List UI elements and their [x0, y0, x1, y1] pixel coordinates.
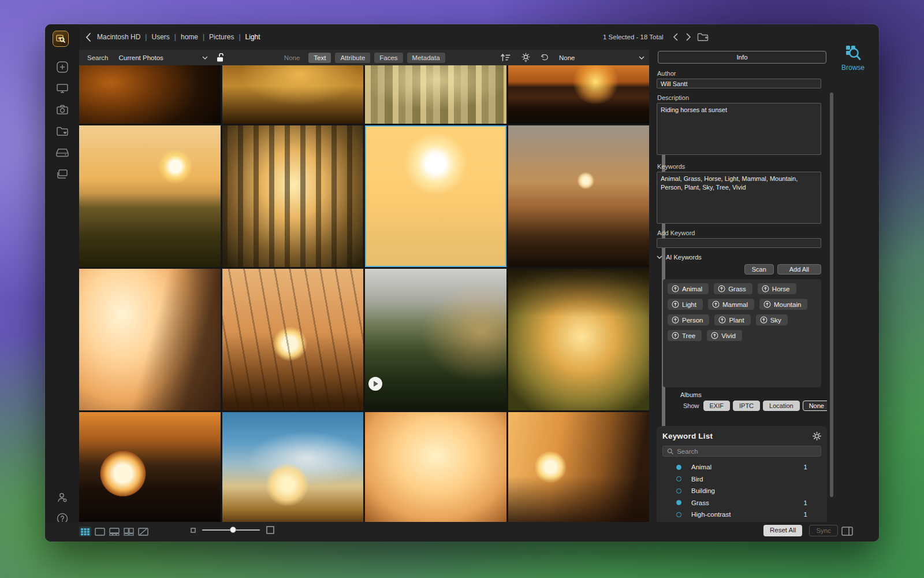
- filmstrip-view-icon[interactable]: [108, 527, 120, 536]
- ai-keyword-tag[interactable]: Vivid: [707, 330, 742, 341]
- show-option-button[interactable]: EXIF: [703, 401, 730, 411]
- albums-label[interactable]: Albums: [680, 391, 827, 398]
- ai-keyword-tag[interactable]: Horse: [758, 283, 796, 294]
- keyword-search[interactable]: [662, 446, 821, 457]
- camera-icon[interactable]: [55, 103, 69, 117]
- ai-keyword-tag[interactable]: Light: [668, 299, 703, 310]
- photo-forest-sun-rays[interactable]: [222, 125, 364, 267]
- slider-handle[interactable]: [230, 527, 236, 533]
- photo-backlit-portrait[interactable]: [79, 269, 221, 410]
- add-keyword-arrow-icon: [718, 285, 725, 292]
- sort-icon[interactable]: [500, 53, 511, 62]
- keyword-status-dot: [676, 476, 681, 481]
- monitor-icon[interactable]: [55, 81, 69, 95]
- show-option-button[interactable]: Location: [763, 401, 800, 411]
- keyword-list-panel: Keyword List Animal 1 Bir: [657, 426, 827, 522]
- unlock-icon[interactable]: [216, 53, 224, 62]
- breadcrumb-segment[interactable]: Light: [245, 33, 260, 41]
- add-keyword-arrow-icon: [763, 301, 771, 308]
- ai-keyword-tag[interactable]: Sky: [756, 314, 788, 325]
- browse-button[interactable]: Browse: [834, 43, 872, 72]
- filter-button[interactable]: Attribute: [335, 53, 370, 63]
- filter-button[interactable]: Metadata: [407, 53, 445, 63]
- ai-keyword-tag[interactable]: Tree: [668, 330, 702, 341]
- split-view-icon[interactable]: [122, 527, 135, 536]
- photo-sunrise-over-fields[interactable]: [79, 125, 221, 267]
- video-play-icon[interactable]: [368, 377, 382, 391]
- breadcrumb-segment[interactable]: Users: [151, 33, 180, 41]
- scan-button[interactable]: Scan: [744, 264, 774, 275]
- folder-heart-icon[interactable]: [55, 124, 69, 138]
- breadcrumb-segment[interactable]: Macintosh HD: [97, 33, 151, 41]
- photo-backlit-portrait-closeup[interactable]: [365, 412, 506, 522]
- filter-button[interactable]: Faces: [374, 53, 403, 63]
- grid-view-icon[interactable]: [79, 527, 91, 536]
- breadcrumb-segment[interactable]: Pictures: [209, 33, 245, 41]
- keywords-field[interactable]: Animal, Grass, Horse, Light, Mammal, Mou…: [657, 172, 821, 224]
- filter-button[interactable]: Text: [308, 53, 331, 63]
- photo-birch-forest-light[interactable]: [365, 65, 506, 124]
- ai-keyword-tag[interactable]: Plant: [714, 314, 750, 325]
- info-tab-button[interactable]: Info: [658, 51, 826, 64]
- photo-mountain-forest-landscape[interactable]: [365, 269, 506, 410]
- thumbnail-size-slider[interactable]: [202, 529, 260, 531]
- keyword-list-item[interactable]: Building: [662, 485, 821, 497]
- photo-clouds-and-sun[interactable]: [222, 412, 364, 522]
- single-view-icon[interactable]: [94, 527, 106, 536]
- keyword-list-item[interactable]: Bird: [662, 473, 821, 486]
- search-scope-dropdown[interactable]: Current Photos: [118, 54, 208, 61]
- stack-icon[interactable]: [55, 167, 69, 181]
- photo-golden-park-trees[interactable]: [508, 269, 650, 410]
- ai-keyword-tag[interactable]: Animal: [668, 283, 709, 294]
- add-icon[interactable]: [55, 60, 69, 74]
- keyword-list-item[interactable]: High-contrast 1: [662, 509, 821, 521]
- compare-view-icon[interactable]: [137, 527, 149, 536]
- show-option-button[interactable]: IPTC: [733, 401, 760, 411]
- previous-photo-button[interactable]: [673, 33, 678, 41]
- undo-icon[interactable]: [541, 54, 549, 61]
- info-panel-scrollbar[interactable]: [830, 92, 833, 497]
- large-thumbnail-icon: [266, 526, 274, 534]
- photo-city-skyline-sunset[interactable]: [508, 65, 650, 124]
- next-photo-button[interactable]: [686, 33, 691, 41]
- ai-keyword-tag[interactable]: Mammal: [708, 299, 754, 310]
- info-panel: Info Author Description Riding horses at…: [657, 51, 827, 522]
- description-field[interactable]: Riding horses at sunset: [657, 103, 821, 155]
- ai-keyword-tag[interactable]: Grass: [714, 283, 752, 294]
- add-all-button[interactable]: Add All: [777, 264, 821, 275]
- search-icon: [667, 448, 673, 455]
- search-label: Search: [87, 54, 108, 61]
- back-button[interactable]: [85, 32, 91, 42]
- app-window: Macintosh HDUsershomePicturesLight 1 Sel…: [45, 24, 879, 542]
- author-field[interactable]: [657, 79, 821, 88]
- keyword-list-item[interactable]: Grass 1: [662, 497, 821, 509]
- photo-golden-wheat-field[interactable]: [222, 65, 364, 124]
- sync-button[interactable]: Sync: [809, 525, 838, 536]
- gear-icon[interactable]: [813, 432, 821, 440]
- ai-keyword-tag[interactable]: Mountain: [759, 299, 807, 310]
- photo-dry-plants-at-dusk[interactable]: [508, 125, 650, 267]
- breadcrumb-segment[interactable]: home: [181, 33, 209, 41]
- light-icon[interactable]: [521, 53, 531, 62]
- filter-none-button[interactable]: None: [280, 53, 305, 62]
- reset-all-button[interactable]: Reset All: [763, 525, 802, 536]
- show-option-button[interactable]: None: [803, 401, 827, 411]
- photo-wheat-stalks-sun-orb[interactable]: [222, 269, 364, 410]
- panel-toggle-icon[interactable]: [841, 527, 853, 536]
- sort-preset-dropdown[interactable]: None: [559, 54, 644, 61]
- ai-keywords-disclosure[interactable]: AI Keywords: [657, 254, 827, 261]
- photo-country-road-sunset[interactable]: [508, 412, 650, 522]
- photo-macro-grass-sunset[interactable]: [79, 65, 221, 124]
- photo-horse-riders-at-sunset-selected[interactable]: [365, 125, 506, 267]
- app-logo-icon[interactable]: [53, 31, 69, 47]
- ai-keyword-tag[interactable]: Person: [668, 314, 709, 325]
- keyword-count: 1: [804, 499, 807, 506]
- keyword-list-item[interactable]: Animal 1: [662, 461, 821, 473]
- add-to-folder-icon[interactable]: [697, 24, 709, 50]
- add-keyword-arrow-icon: [718, 316, 726, 324]
- hard-drive-icon[interactable]: [55, 146, 69, 160]
- keyword-search-input[interactable]: [677, 448, 817, 455]
- add-keyword-field[interactable]: [657, 238, 821, 248]
- account-icon[interactable]: [55, 491, 69, 505]
- photo-glass-sphere-beach[interactable]: [79, 412, 221, 522]
